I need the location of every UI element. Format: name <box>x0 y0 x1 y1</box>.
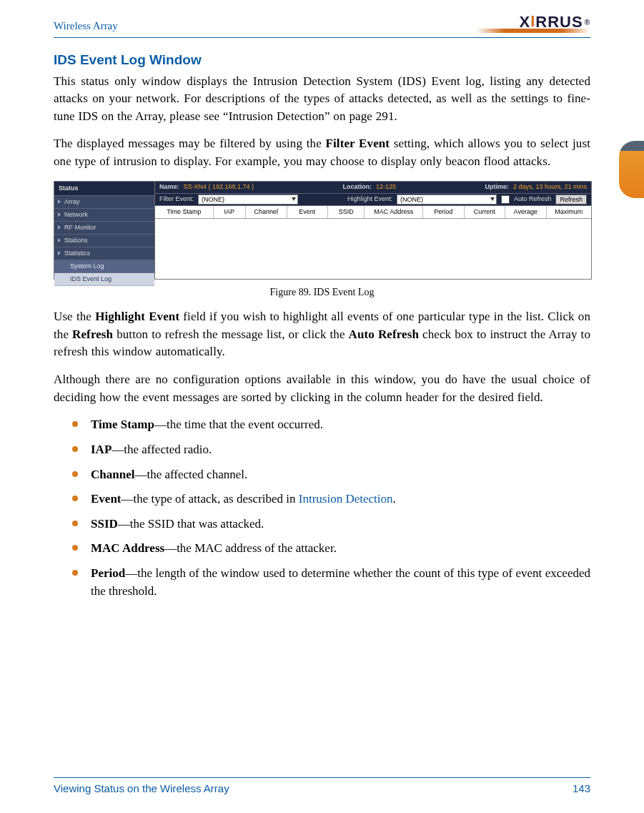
term: Event <box>91 492 122 506</box>
text: button to refresh the message list, or c… <box>113 327 348 341</box>
thumb-tab-icon <box>619 141 644 198</box>
paragraph-config: Although there are no configuration opti… <box>54 371 590 406</box>
ids-location-value: 12-125 <box>376 182 396 192</box>
ids-auto-refresh-label: Auto Refresh <box>514 194 552 204</box>
ids-name-label: Name: <box>159 182 179 192</box>
ids-main: Name: SS-XN4 ( 192.168.1.74 ) Location: … <box>155 182 591 279</box>
ids-sidebar-item-stations[interactable]: Stations <box>54 235 154 247</box>
list-item-ssid: SSID—the SSID that was attacked. <box>54 516 590 533</box>
footer-left: Viewing Status on the Wireless Array <box>54 782 229 794</box>
ids-sidebar-item-array[interactable]: Array <box>54 196 154 209</box>
term: MAC Address <box>91 541 164 555</box>
ids-col-maximum[interactable]: Maximum <box>547 206 592 218</box>
list-item-period: Period—the length of the window used to … <box>54 565 590 600</box>
desc: —the time that the event occurred. <box>154 418 323 431</box>
ids-filter-label: Filter Event: <box>159 194 194 204</box>
term: IAP <box>91 443 112 456</box>
brand-logo: XIRRUS® <box>476 13 590 31</box>
desc: —the SSID that was attacked. <box>118 517 264 531</box>
term: Channel <box>91 468 134 481</box>
desc: —the type of attack, as described in <box>122 492 299 506</box>
ids-sidebar-item-statistics[interactable]: Statistics <box>54 247 154 260</box>
figure-caption: Figure 89. IDS Event Log <box>54 285 590 300</box>
breadcrumb: Wireless Array <box>54 20 118 32</box>
desc: —the affected channel. <box>134 468 247 481</box>
ids-sidebar: Status Array Network RF Monitor Stations… <box>54 182 155 279</box>
term: Period <box>91 566 125 580</box>
field-definition-list: Time Stamp—the time that the event occur… <box>54 416 590 600</box>
ids-uptime-label: Uptime: <box>485 182 509 192</box>
ids-sidebar-sub-systemlog[interactable]: System Log <box>54 260 154 273</box>
ids-sidebar-item-rf-monitor[interactable]: RF Monitor <box>54 222 154 235</box>
tail: . <box>393 492 396 506</box>
list-item-timestamp: Time Stamp—the time that the event occur… <box>54 416 590 434</box>
ids-table-body-empty <box>155 219 591 279</box>
section-title: IDS Event Log Window <box>54 50 590 70</box>
ids-log-screenshot: Status Array Network RF Monitor Stations… <box>54 181 592 280</box>
ids-col-mac[interactable]: MAC Address <box>365 206 423 218</box>
ids-col-period[interactable]: Period <box>423 206 464 218</box>
list-item-event: Event—the type of attack, as described i… <box>54 491 590 508</box>
page-header: Wireless Array XIRRUS® <box>54 16 590 38</box>
text: The displayed messages may be filtered b… <box>54 137 326 150</box>
brand-swoosh-icon <box>476 29 590 33</box>
link-intrusion-detection[interactable]: Intrusion Detection <box>299 492 393 506</box>
bold-term-refresh: Refresh <box>72 327 113 341</box>
ids-refresh-button[interactable]: Refresh <box>555 194 587 205</box>
ids-location-label: Location: <box>343 182 372 192</box>
term: SSID <box>91 517 118 531</box>
paragraph-intro: This status only window displays the Int… <box>54 73 590 126</box>
text: Use the <box>54 310 95 323</box>
ids-sidebar-heading: Status <box>54 182 154 196</box>
list-item-iap: IAP—the affected radio. <box>54 441 590 459</box>
ids-col-timestamp[interactable]: Time Stamp <box>155 206 214 218</box>
desc: —the MAC address of the attacker. <box>164 541 337 555</box>
page-footer: Viewing Status on the Wireless Array 143 <box>54 777 590 794</box>
ids-filter-dropdown[interactable]: (NONE) <box>198 194 298 205</box>
ids-col-ssid[interactable]: SSID <box>328 206 365 218</box>
ids-highlight-dropdown[interactable]: (NONE) <box>397 194 497 205</box>
paragraph-filter: The displayed messages may be filtered b… <box>54 135 590 170</box>
ids-col-current[interactable]: Current <box>465 206 505 218</box>
ids-name-value: SS-XN4 ( 192.168.1.74 ) <box>184 182 254 192</box>
term: Time Stamp <box>91 418 154 431</box>
bold-term-auto-refresh: Auto Refresh <box>349 327 419 341</box>
ids-highlight-label: Highlight Event: <box>347 194 392 204</box>
ids-column-header-row: Time Stamp IAP Channel Event SSID MAC Ad… <box>155 206 591 219</box>
bold-term-filter-event: Filter Event <box>326 137 390 150</box>
desc: —the affected radio. <box>112 443 212 456</box>
ids-filter-bar: Filter Event: (NONE) Highlight Event: (N… <box>155 194 591 206</box>
ids-col-channel[interactable]: Channel <box>246 206 287 218</box>
paragraph-highlight: Use the Highlight Event field if you wis… <box>54 308 590 361</box>
ids-col-iap[interactable]: IAP <box>214 206 246 218</box>
ids-sidebar-selected-idslog[interactable]: IDS Event Log <box>54 273 154 286</box>
list-item-channel: Channel—the affected channel. <box>54 466 590 484</box>
ids-sidebar-item-network[interactable]: Network <box>54 209 154 222</box>
ids-title-bar: Name: SS-XN4 ( 192.168.1.74 ) Location: … <box>155 182 591 194</box>
footer-page-number: 143 <box>573 782 590 794</box>
ids-col-average[interactable]: Average <box>505 206 546 218</box>
bold-term-highlight-event: Highlight Event <box>95 310 179 323</box>
ids-auto-refresh-checkbox[interactable] <box>501 195 510 204</box>
ids-uptime-value: 2 days, 13 hours, 21 mins <box>513 182 587 192</box>
ids-col-event[interactable]: Event <box>287 206 328 218</box>
desc: —the length of the window used to determ… <box>91 566 590 598</box>
list-item-mac: MAC Address—the MAC address of the attac… <box>54 540 590 558</box>
